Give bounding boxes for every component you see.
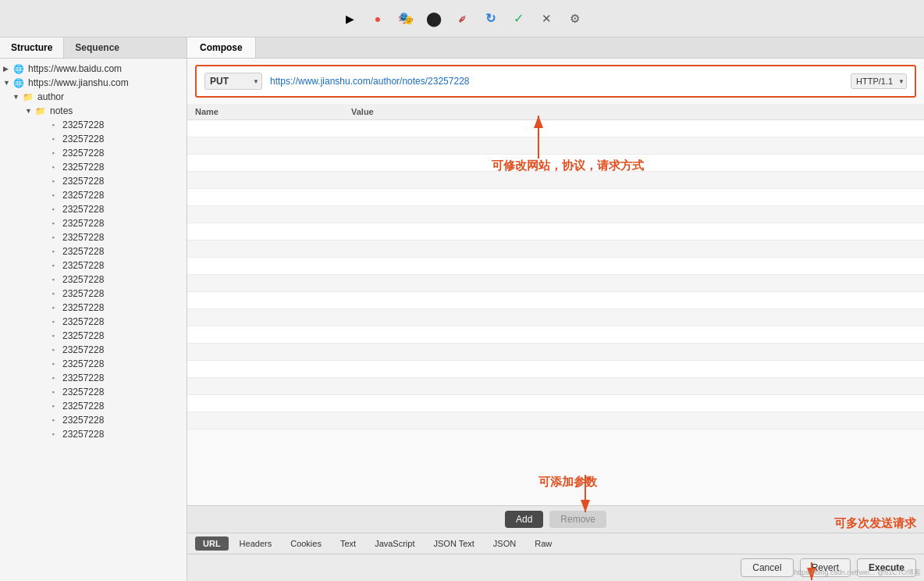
list-item[interactable]: ▪23257228 (0, 343, 187, 357)
tab-compose[interactable]: Compose (187, 37, 256, 58)
param-name (195, 380, 351, 392)
list-item[interactable]: ▪23257228 (0, 371, 187, 385)
refresh-button[interactable]: ↻ (479, 8, 501, 30)
table-row (187, 241, 924, 258)
param-value (351, 243, 916, 255)
file-icon: ▪ (47, 372, 59, 383)
param-name (195, 346, 351, 358)
main-area: Structure Sequence ▶ 🌐 https://www.baidu… (0, 37, 924, 581)
chevron-icon: ▼ (25, 107, 34, 115)
tab-sequence[interactable]: Sequence (64, 37, 130, 58)
settings-button[interactable]: ⚙ (563, 8, 585, 30)
protocol-select[interactable]: HTTP/1.1 HTTP/2 (851, 73, 907, 89)
tree-label: 23257228 (62, 274, 104, 285)
list-item[interactable]: ▪23257228 (0, 399, 187, 413)
tab-json[interactable]: JSON (485, 536, 524, 551)
tab-cookies[interactable]: Cookies (283, 536, 329, 551)
list-item[interactable]: ▪23257228 (0, 160, 187, 174)
tree-label: author (37, 91, 64, 102)
param-value (351, 380, 916, 392)
list-item[interactable]: ▪23257228 (0, 258, 187, 273)
table-row (187, 206, 924, 223)
list-item[interactable]: ▪23257228 (0, 118, 187, 132)
tree-label: 23257228 (62, 387, 104, 397)
dot-button[interactable]: ⬤ (423, 8, 445, 30)
param-name (195, 157, 351, 169)
tree-item-jianshu[interactable]: ▼ 🌐 https://www.jianshu.com (0, 76, 187, 90)
table-row (187, 223, 924, 241)
pen-tool-button[interactable]: ✒ (446, 3, 478, 34)
table-row (187, 155, 924, 172)
tab-structure[interactable]: Structure (0, 37, 64, 58)
tree-item-notes[interactable]: ▼ 📁 notes (0, 104, 187, 118)
file-icon: ▪ (47, 204, 59, 215)
list-item[interactable]: ▪23257228 (0, 244, 187, 258)
list-item[interactable]: ▪23257228 (0, 188, 187, 202)
tree-item-author[interactable]: ▼ 📁 author (0, 90, 187, 104)
list-item[interactable]: ▪23257228 (0, 413, 187, 427)
tab-url[interactable]: URL (195, 536, 229, 551)
param-name (195, 243, 351, 255)
list-item[interactable]: ▪23257228 (0, 174, 187, 188)
table-row (187, 275, 924, 292)
lightning-button[interactable]: ✕ (535, 8, 557, 30)
list-item[interactable]: ▪23257228 (0, 385, 187, 399)
param-value (351, 312, 916, 323)
param-name (195, 226, 351, 237)
params-name-header: Name (195, 107, 351, 116)
tree-label: 23257228 (62, 415, 104, 426)
table-row (187, 326, 924, 344)
app-container: ▶ ● 🎭 ⬤ ✒ ↻ ✓ ✕ ⚙ Structure Sequence ▶ 🌐… (0, 0, 924, 581)
list-item[interactable]: ▪23257228 (0, 301, 187, 315)
tree-label: 23257228 (62, 134, 104, 144)
tree-label: 23257228 (62, 260, 104, 271)
url-input[interactable] (267, 74, 846, 88)
tree-container[interactable]: ▶ 🌐 https://www.baidu.com ▼ 🌐 https://ww… (0, 59, 187, 581)
file-icon: ▪ (47, 162, 59, 173)
param-value (351, 329, 916, 340)
file-icon: ▪ (47, 401, 59, 412)
list-item[interactable]: ▪23257228 (0, 132, 187, 146)
list-item[interactable]: ▪23257228 (0, 329, 187, 343)
list-item[interactable]: ▪23257228 (0, 427, 187, 441)
param-value (351, 191, 916, 203)
list-item[interactable]: ▪23257228 (0, 273, 187, 287)
check-button[interactable]: ✓ (507, 8, 529, 30)
param-name (195, 294, 351, 306)
file-icon: ▪ (47, 344, 59, 355)
cancel-button[interactable]: Cancel (741, 558, 793, 577)
tree-label: notes (50, 105, 73, 116)
list-item[interactable]: ▪23257228 (0, 230, 187, 244)
list-item[interactable]: ▪23257228 (0, 287, 187, 301)
tree-label: 23257228 (62, 401, 104, 412)
method-select[interactable]: PUT GET POST DELETE PATCH (204, 73, 262, 90)
param-name (195, 191, 351, 203)
tree-label: 23257228 (62, 246, 104, 257)
param-name (195, 123, 351, 134)
tab-javascript[interactable]: JavaScript (367, 536, 422, 551)
remove-button[interactable]: Remove (549, 511, 606, 528)
tab-headers[interactable]: Headers (232, 536, 280, 551)
tree-item-baidu[interactable]: ▶ 🌐 https://www.baidu.com (0, 62, 187, 76)
tab-text[interactable]: Text (332, 536, 364, 551)
camera-button[interactable]: 🎭 (395, 8, 417, 30)
table-row (187, 309, 924, 326)
cursor-tool-button[interactable]: ▶ (339, 8, 361, 30)
tree-label: https://www.baidu.com (28, 63, 122, 74)
list-item[interactable]: ▪23257228 (0, 357, 187, 371)
param-value (351, 260, 916, 272)
chevron-icon: ▼ (12, 93, 22, 101)
list-item[interactable]: ▪23257228 (0, 146, 187, 160)
tab-json-text[interactable]: JSON Text (425, 536, 482, 551)
table-row (187, 378, 924, 395)
table-row (187, 189, 924, 206)
add-button[interactable]: Add (505, 511, 543, 528)
tree-label: 23257228 (62, 190, 104, 201)
list-item[interactable]: ▪23257228 (0, 315, 187, 329)
param-value (351, 415, 916, 426)
list-item[interactable]: ▪23257228 (0, 202, 187, 216)
tab-raw[interactable]: Raw (527, 536, 560, 551)
list-item[interactable]: ▪23257228 (0, 216, 187, 230)
file-icon: ▪ (47, 148, 59, 159)
record-button[interactable]: ● (367, 8, 389, 30)
